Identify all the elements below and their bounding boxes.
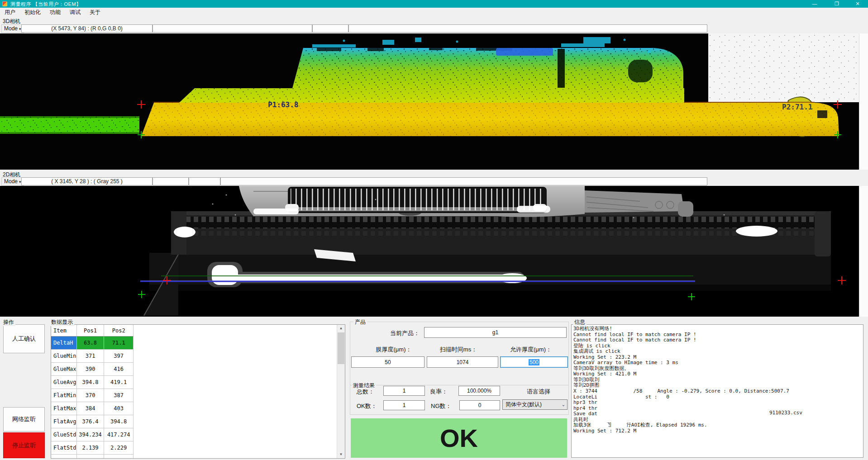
status-segment [220,177,707,185]
2d-mode-dropdown[interactable]: Mode▾ [1,177,24,186]
ng-count-value: 0 [478,402,482,408]
log-line: 集成调试 is click [573,349,863,355]
cell-pos1: 371 [77,350,105,362]
app-window: 测量程序 【当前用户：OEM】 — ❐ ✕ 用户 初始化 功能 调试 关于 3D… [0,0,868,460]
yield-field[interactable]: 100.000% [458,386,500,396]
cell-pos2: 416 [104,363,134,375]
chevron-down-icon: ⌄ [560,402,567,407]
language-select[interactable]: 简体中文(默认) ⌄ [502,399,568,410]
cell-item: X [51,455,77,459]
minimize-button[interactable]: — [807,0,822,7]
table-row[interactable]: GlueMax 390 416 [51,363,134,376]
csv-filename: 9110233.csv [769,410,802,416]
menu-item-user[interactable]: 用户 [0,8,20,17]
saturated-white-region [708,33,859,102]
cell-pos1: 2.139 [77,441,105,454]
table-row[interactable]: FlatAvg 376.4 394.8 [51,415,134,428]
window-title: 测量程序 【当前用户：OEM】 [10,1,81,8]
menu-item-debug[interactable]: 调试 [65,8,85,17]
table-row[interactable]: DeltaH 63.8 71.1 [51,337,134,350]
cell-pos1: 2583.5 [77,455,105,459]
table-row[interactable]: FlatMax 384 403 [51,402,134,415]
cell-pos1: 394.234 [77,428,105,441]
3d-mode-dropdown[interactable]: Mode▾ [1,24,24,33]
scrollbar-thumb[interactable] [338,332,344,364]
chevron-down-icon: ▾ [19,27,21,31]
status-segment [348,24,707,33]
flex-comb [285,187,547,213]
status-segment [153,177,189,185]
cell-pos2: 419.1 [104,376,134,389]
log-line: Working Set : 712.2 M [573,428,863,434]
menubar: 用户 初始化 功能 调试 关于 [0,8,868,17]
table-row[interactable]: FlatStd 2.139 2.229 [51,441,134,455]
cell-item: FlatStd [51,441,77,454]
ok-count-label: OK数： [357,402,377,410]
stop-listen-button[interactable]: 停止监听 [3,432,45,458]
network-listen-button[interactable]: 网络监听 [3,407,45,432]
yield-label: 良率： [430,388,448,396]
ng-count-label: NG数： [431,402,452,410]
scan-time-field[interactable]: 1074 [427,356,498,368]
ng-count-field[interactable]: 0 [459,400,500,410]
table-row[interactable]: GlueStd 394.234 417.274 [51,428,134,441]
yield-value: 100.000% [467,388,491,394]
connector-body [171,211,831,256]
col-item: Item [51,325,77,336]
cell-pos2: 397 [104,350,134,362]
cell-pos1: 63.8 [77,337,105,349]
cell-item: FlatMax [51,402,77,415]
2d-grayscale-image [0,186,859,317]
cell-pos1: 394.8 [77,376,105,389]
film-thickness-field[interactable]: 50 [351,356,424,368]
operations-title: 操作 [2,318,15,326]
result-banner: OK [351,418,567,458]
cell-pos2: 387 [104,389,134,402]
ok-count-field[interactable]: 1 [383,400,425,410]
3d-camera-view[interactable]: P1:63.8 P2:71.1 [0,33,859,170]
cell-item: FlatMin [51,389,77,402]
cell-item: FlatAvg [51,415,77,428]
p1-measure-label: P1:63.8 [268,100,298,109]
cell-pos2: 2.229 [104,441,134,454]
total-field[interactable]: 1 [383,386,425,396]
cell-pos2: 394.8 [104,415,134,428]
log-line: CameraV array to HImage time : 3 ms [573,360,863,366]
view-right-margin [859,186,868,317]
menu-item-init[interactable]: 初始化 [20,8,45,17]
2d-camera-toolbar: Mode▾ ( X 3145, Y 28 ) : ( Gray 255 ) [0,177,868,185]
cell-pos2: 417.274 [104,428,134,441]
allowed-thickness-field[interactable]: 500 [500,356,568,368]
redaction-blob [614,422,627,428]
table-row[interactable]: FlatMin 370 387 [51,389,134,402]
cell-pos1: 370 [77,389,105,402]
table-row[interactable]: X 2583.5 7866.7 [51,455,134,459]
table-row[interactable]: GlueAvg 394.8 419.1 [51,376,134,389]
log-line: 3D相机没有网络! [573,326,863,332]
current-product-value: g1 [492,329,498,336]
cell-item: DeltaH [51,337,77,349]
scan-time-label: 扫描时间ms： [427,346,490,354]
app-icon [2,1,7,6]
cell-pos2: 71.1 [104,337,134,349]
scroll-up-icon[interactable]: ▲ [337,325,345,332]
manual-confirm-button[interactable]: 人工确认 [3,324,45,353]
close-button[interactable]: ✕ [850,0,865,7]
measurement-table[interactable]: Item Pos1 Pos2 DeltaH 63.8 71.1 GlueMin … [51,324,345,459]
menu-item-about[interactable]: 关于 [85,8,105,17]
allowed-thickness-label: 允许厚度(μm)： [497,346,565,354]
data-display-title: 数据显示 [50,318,74,326]
table-row[interactable]: GlueMin 371 397 [51,350,134,363]
2d-camera-view[interactable] [0,186,859,317]
status-segment [312,24,348,33]
table-scrollbar[interactable]: ▲ ▼ [337,325,345,458]
maximize-button[interactable]: ❐ [829,0,844,7]
titlebar: 测量程序 【当前用户：OEM】 — ❐ ✕ [0,0,868,8]
language-value: 简体中文(默认) [503,401,560,408]
scroll-down-icon[interactable]: ▼ [337,451,345,458]
result-banner-text: OK [440,423,478,453]
menu-item-function[interactable]: 功能 [45,8,65,17]
redaction-blob [606,377,656,383]
p2-measure-label: P2:71.1 [782,103,812,111]
results-title: 测量结果 [352,382,376,389]
